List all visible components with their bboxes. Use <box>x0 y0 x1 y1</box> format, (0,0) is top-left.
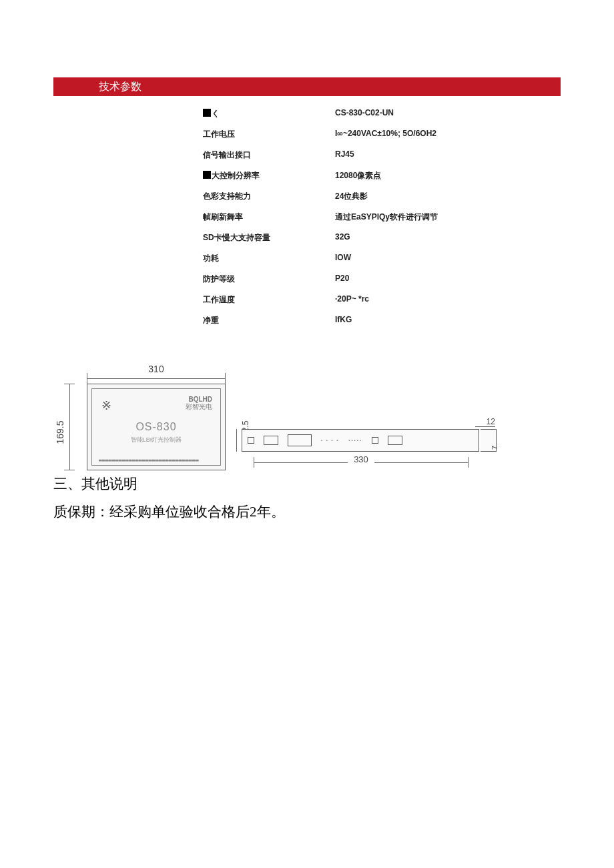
spec-value: 24位典影 <box>335 191 368 202</box>
spec-value: I∞~240VAC±10%; 5O/6OH2 <box>335 129 436 140</box>
spec-table: く CS-830-C02-UN 工作电压 I∞~240VAC±10%; 5O/6… <box>203 108 561 326</box>
dim-tick <box>468 457 469 468</box>
dim-top-right-label: 12 <box>487 417 495 426</box>
port-icon <box>372 437 378 444</box>
side-view-diagram: 12 22.5 • • • • ••••• 7 330 <box>242 417 495 470</box>
spec-value: 32G <box>335 232 350 244</box>
square-icon <box>203 171 211 179</box>
spec-value: IfKG <box>335 315 352 326</box>
spec-label: 信号输出接口 <box>203 149 335 161</box>
square-icon <box>203 109 211 117</box>
front-footer-strip: ▃▃▃▃▃▃▃▃▃▃▃▃▃▃▃▃▃▃▃▃▃▃▃▃▃▃▃▃▃▃ <box>99 456 214 461</box>
spec-label: く <box>203 108 335 119</box>
spec-label: 色彩支持能力 <box>203 191 335 202</box>
spec-label: 帧刷新舞率 <box>203 211 335 223</box>
spec-row: 净重 IfKG <box>203 315 561 326</box>
dim-side-width-label: 330 <box>348 454 374 464</box>
spec-row: 大控制分辨率 12080像素点 <box>203 170 561 181</box>
warranty-text: 质保期：经采购单位验收合格后2年。 <box>53 502 561 521</box>
spec-label: 工作电压 <box>203 129 335 140</box>
spec-label: 防护等级 <box>203 274 335 285</box>
dim-tick <box>254 457 254 468</box>
dim-line <box>236 429 237 452</box>
port-icon <box>388 436 402 445</box>
spec-value: CS-830-C02-UN <box>335 108 394 119</box>
brand-text: BQLHD 彩智光电 <box>186 396 212 410</box>
spec-label: 功耗 <box>203 253 335 264</box>
device-side-panel: • • • • ••••• <box>242 429 479 452</box>
dim-tick <box>87 373 87 384</box>
spec-row: 色彩支持能力 24位典影 <box>203 191 561 202</box>
dim-line <box>69 384 70 470</box>
spec-label: 大控制分辨率 <box>203 170 335 181</box>
port-icon <box>248 437 254 444</box>
section-3-title: 三、其他说明 <box>53 474 561 493</box>
dim-end-label: 7 <box>491 446 499 450</box>
dots-icon: • • • • <box>321 438 339 442</box>
spec-value: P20 <box>335 274 349 285</box>
logo-icon: ※ <box>101 398 111 413</box>
front-view-diagram: 310 169.5 ※ BQLHD 彩智光电 OS-830 智能LBI灯 <box>53 364 226 470</box>
port-icon <box>264 436 278 445</box>
dim-line <box>475 426 495 427</box>
spec-row: 工作温度 ·20P~ *rc <box>203 294 561 306</box>
spec-row: く CS-830-C02-UN <box>203 108 561 119</box>
spec-value: RJ45 <box>335 149 354 161</box>
banner-title: 技术参数 <box>99 81 141 92</box>
spec-value: 12080像素点 <box>335 170 381 181</box>
dim-tick <box>64 384 75 384</box>
section-banner: 技术参数 <box>53 77 561 96</box>
device-front-inner: ※ BQLHD 彩智光电 OS-830 智能LBI灯光控制器 ▃▃▃▃▃▃▃▃▃… <box>91 388 221 466</box>
spec-label: 净重 <box>203 315 335 326</box>
dots-icon: ••••• <box>348 438 362 442</box>
dim-tick <box>64 470 75 470</box>
spec-label: SD卡慢大支持容量 <box>203 232 335 244</box>
spec-value: IOW <box>335 253 351 264</box>
screen-icon <box>288 434 312 446</box>
spec-label: 工作温度 <box>203 294 335 306</box>
spec-row: 功耗 IOW <box>203 253 561 264</box>
spec-row: 工作电压 I∞~240VAC±10%; 5O/6OH2 <box>203 129 561 140</box>
dim-line <box>87 378 226 379</box>
dim-height-label: 169.5 <box>55 399 65 466</box>
spec-row: 信号输出接口 RJ45 <box>203 149 561 161</box>
model-subtitle: 智能LBI灯光控制器 <box>92 436 220 444</box>
spec-row: SD卡慢大支持容量 32G <box>203 232 561 244</box>
device-front-panel: ※ BQLHD 彩智光电 OS-830 智能LBI灯光控制器 ▃▃▃▃▃▃▃▃▃… <box>87 384 226 470</box>
model-text: OS-830 <box>92 421 220 433</box>
dim-tick <box>225 373 226 384</box>
spec-row: 帧刷新舞率 通过EaSYPIQy软件进行调节 <box>203 211 561 223</box>
dim-side-width: 330 <box>254 457 469 468</box>
dim-width-label: 310 <box>87 364 226 374</box>
spec-value: ·20P~ *rc <box>335 294 369 306</box>
spec-value: 通过EaSYPIQy软件进行调节 <box>335 211 438 223</box>
spec-row: 防护等级 P20 <box>203 274 561 285</box>
dimension-diagrams: 310 169.5 ※ BQLHD 彩智光电 OS-830 智能LBI灯 <box>53 364 561 470</box>
dim-height: 169.5 <box>55 384 75 470</box>
